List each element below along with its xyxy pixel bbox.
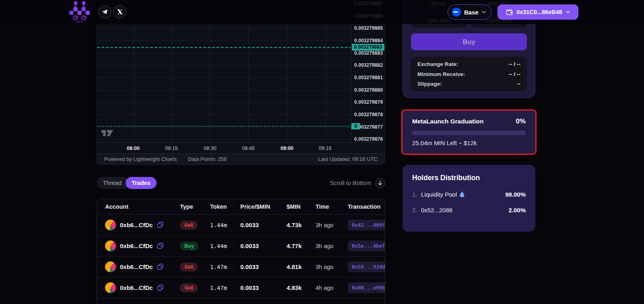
holders-card: Holders Distribution 1. Liquidity Pool 9… bbox=[402, 165, 535, 232]
price-tick: 0.003279880 bbox=[354, 87, 383, 93]
account-avatar bbox=[105, 220, 116, 230]
wallet-button[interactable]: 0x31C0...86eB48 bbox=[497, 4, 578, 20]
trade-time: 3h ago bbox=[316, 264, 348, 270]
table-row: 0xb6...CfDc Sell 1.47m 0.0033 4.81k 3h a… bbox=[97, 257, 385, 277]
current-price-badge: 0.003279883 bbox=[352, 44, 384, 51]
data-points-text: Data Points: 258 bbox=[188, 156, 227, 162]
account-avatar bbox=[105, 282, 116, 293]
holder-percent: 98.00% bbox=[505, 191, 526, 198]
trade-time: 4h ago bbox=[316, 285, 348, 291]
header-token: Token bbox=[210, 203, 240, 210]
logo-link[interactable]: </> bbox=[69, 1, 90, 23]
trades-table: Account Type Token Price/$MIN $MIN Time … bbox=[97, 199, 385, 304]
transaction-link[interactable]: 0x59...92dd bbox=[348, 261, 385, 272]
trade-details-box: Exchange Rate: -- / -- Minimum Receive: … bbox=[411, 57, 527, 91]
usd-value: 4.81k bbox=[287, 263, 316, 270]
header-time: Time bbox=[316, 203, 348, 210]
chevron-down-icon bbox=[566, 11, 570, 13]
header-transaction: Transaction bbox=[348, 203, 380, 210]
price-value: 0.0033 bbox=[240, 222, 287, 228]
chain-label: Base bbox=[464, 9, 479, 16]
holder-rank: 2. bbox=[412, 207, 421, 214]
usd-value: 4.83k bbox=[287, 284, 316, 291]
header-account: Account bbox=[105, 203, 180, 210]
account-address: 0xb6...CfDc bbox=[120, 242, 153, 249]
trade-time: 3h ago bbox=[316, 243, 348, 249]
holder-name-text: Liquidity Pool bbox=[421, 191, 457, 198]
scroll-to-bottom-button[interactable] bbox=[375, 178, 385, 188]
zero-price-badge: 0 bbox=[351, 123, 360, 129]
token-amount: 1.44m bbox=[210, 222, 240, 228]
graduation-title: MetaLaunch Graduation bbox=[412, 118, 483, 125]
copy-address-button[interactable] bbox=[157, 284, 164, 291]
holders-title: Holders Distribution bbox=[412, 174, 526, 182]
graduation-remaining-text: 25.04m MIN Left ~ $12k bbox=[412, 140, 526, 146]
account-address: 0xb6...CfDc bbox=[120, 284, 153, 291]
transaction-link[interactable]: 0x5e...4bef bbox=[348, 240, 385, 251]
table-row: 0xb6...CfDc Sell 1.44m 0.0033 4.73k 3h a… bbox=[97, 215, 385, 236]
tab-thread[interactable]: Thread bbox=[97, 177, 130, 189]
copy-address-button[interactable] bbox=[157, 242, 164, 249]
telegram-button[interactable] bbox=[98, 5, 111, 18]
transaction-link[interactable]: 0x42...409f bbox=[348, 220, 385, 230]
trades-tabs-row: Thread Trades Scroll to Bottom bbox=[97, 177, 385, 189]
time-tick: 09:00 bbox=[281, 146, 293, 151]
graduation-card: MetaLaunch Graduation 0% 25.04m MIN Left… bbox=[401, 109, 537, 155]
svg-text:</>: </> bbox=[76, 19, 83, 23]
copy-address-button[interactable] bbox=[157, 222, 164, 228]
base-chain-icon bbox=[452, 8, 461, 16]
tab-trades[interactable]: Trades bbox=[126, 177, 157, 189]
copy-icon bbox=[157, 263, 164, 270]
chevron-down-icon bbox=[482, 11, 486, 13]
chart-card: 0.003279887 0.003279886 0.003279885 0.00… bbox=[97, 0, 385, 165]
token-amount: 1.47m bbox=[210, 264, 240, 270]
holder-row: 1. Liquidity Pool 98.00% bbox=[412, 191, 526, 198]
graduation-progress-bar bbox=[412, 131, 526, 135]
base-price-line bbox=[97, 126, 351, 127]
telegram-icon bbox=[102, 9, 108, 14]
copy-address-button[interactable] bbox=[157, 263, 164, 270]
time-tick: 08:15 bbox=[165, 146, 178, 151]
slippage-value: -- bbox=[517, 81, 520, 87]
header-usd-min: $MIN bbox=[287, 203, 316, 210]
token-amount: 1.47m bbox=[210, 285, 240, 291]
usd-value: 4.73k bbox=[287, 222, 316, 228]
tradingview-logo-icon[interactable] bbox=[101, 128, 114, 140]
wallet-address: 0x31C0...86eB48 bbox=[516, 9, 562, 15]
header-type: Type bbox=[180, 203, 210, 210]
droplet-icon bbox=[460, 191, 464, 197]
chain-selector[interactable]: Base bbox=[448, 4, 492, 20]
header-bar: </> Base 0x31C0...86eB48 bbox=[0, 0, 644, 24]
holder-rank: 1. bbox=[412, 191, 421, 198]
trade-type-badge: Sell bbox=[180, 263, 198, 271]
usd-value: 4.77k bbox=[287, 242, 316, 249]
x-twitter-button[interactable] bbox=[113, 5, 126, 18]
transaction-link[interactable]: 0x08...e99b bbox=[348, 282, 385, 293]
holder-percent: 2.00% bbox=[508, 207, 526, 214]
price-value: 0.0033 bbox=[240, 263, 287, 270]
trade-type-badge: Sell bbox=[180, 283, 198, 292]
scroll-to-bottom-label: Scroll to Bottom bbox=[330, 180, 371, 186]
holder-row: 2. 0x52...2086 2.00% bbox=[412, 207, 526, 214]
buy-button[interactable]: Buy bbox=[411, 33, 527, 50]
price-value: 0.0033 bbox=[240, 242, 287, 249]
time-tick: 09:15 bbox=[319, 146, 331, 151]
price-tick: 0.003279882 bbox=[354, 62, 383, 68]
price-tick: 0.003279883 bbox=[354, 50, 383, 56]
slippage-label: Slippage: bbox=[417, 81, 442, 87]
holder-name-text: 0x52...2086 bbox=[421, 207, 452, 214]
price-tick: 0.003279879 bbox=[354, 99, 383, 105]
copy-icon bbox=[157, 242, 164, 249]
trade-type-badge: Sell bbox=[180, 221, 198, 230]
account-address: 0xb6...CfDc bbox=[120, 222, 153, 228]
last-updated-text: Last Updated: 09:16 UTC bbox=[318, 156, 378, 162]
arrow-down-icon bbox=[378, 181, 382, 185]
time-axis[interactable]: 08:00 08:15 08:30 08:45 09:00 09:15 bbox=[97, 142, 385, 154]
price-value: 0.0033 bbox=[240, 284, 287, 291]
price-tick: 0.003279885 bbox=[354, 25, 383, 31]
time-tick: 08:00 bbox=[127, 146, 140, 151]
account-avatar bbox=[105, 261, 116, 272]
trade-type-badge: Buy bbox=[180, 242, 198, 251]
table-row: 0xb6...CfDc Sell 1.47m 0.0033 4.83k 4h a… bbox=[97, 277, 385, 298]
time-tick: 08:45 bbox=[242, 146, 254, 151]
